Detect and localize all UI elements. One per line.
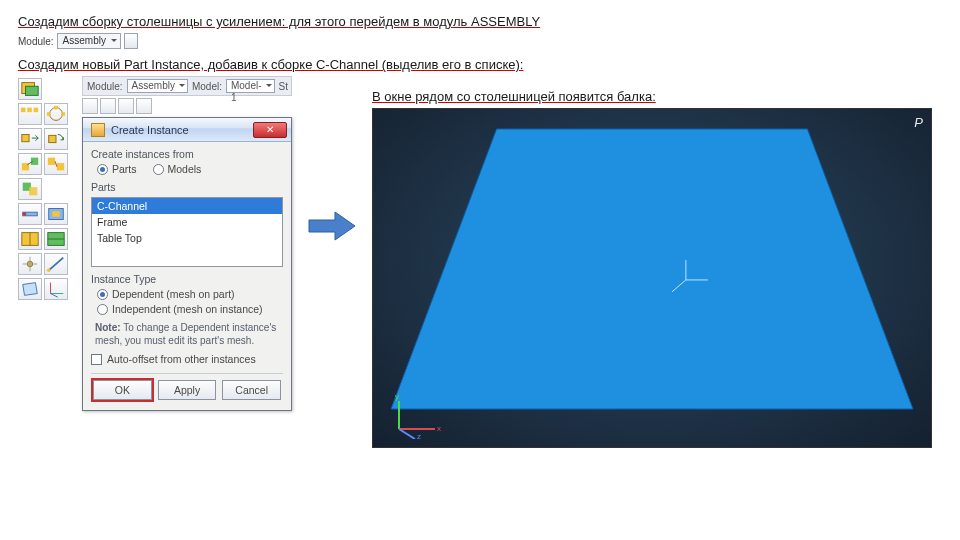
ctx-module-select[interactable]: Assembly	[127, 79, 188, 93]
model-plate	[387, 121, 917, 417]
svg-rect-16	[29, 187, 37, 195]
svg-rect-20	[52, 211, 59, 216]
svg-line-28	[49, 258, 64, 271]
svg-rect-2	[21, 108, 26, 113]
note-text: Note: To change a Dependent instance's m…	[91, 321, 283, 347]
ctx-icon-1[interactable]	[82, 98, 98, 114]
toolbox	[18, 76, 72, 300]
tool-datum-plane[interactable]	[18, 278, 42, 300]
tool-partition-cell[interactable]	[18, 228, 42, 250]
radio-independent[interactable]: Independent (mesh on instance)	[97, 303, 283, 315]
view-triad-icon: y x z	[385, 389, 445, 439]
module-dropdown-button[interactable]	[124, 33, 138, 49]
svg-rect-4	[34, 108, 39, 113]
instance-type-label: Instance Type	[91, 273, 283, 285]
tool-rotate[interactable]	[44, 128, 68, 150]
svg-text:y: y	[395, 392, 399, 401]
viewport-3d[interactable]: P y x	[372, 108, 932, 448]
ctx-icon-2[interactable]	[100, 98, 116, 114]
radio-from-parts-label: Parts	[112, 163, 137, 175]
svg-rect-3	[27, 108, 32, 113]
tool-linear-pattern[interactable]	[18, 103, 42, 125]
svg-text:x: x	[437, 424, 441, 433]
svg-rect-14	[57, 163, 64, 170]
ctx-icon-4[interactable]	[136, 98, 152, 114]
dialog-title: Create Instance	[111, 124, 189, 136]
svg-marker-33	[391, 129, 913, 409]
dialog-title-icon	[91, 123, 105, 137]
svg-rect-6	[54, 106, 58, 110]
svg-rect-9	[22, 134, 29, 141]
tool-edge-constraint[interactable]	[18, 203, 42, 225]
parts-list-label: Parts	[91, 181, 283, 193]
svg-rect-13	[48, 158, 55, 165]
tool-create-instance[interactable]	[18, 78, 42, 100]
tool-datum-csys[interactable]	[44, 278, 68, 300]
svg-text:z: z	[417, 432, 421, 439]
cancel-button[interactable]: Cancel	[222, 380, 281, 400]
radio-dependent-label: Dependent (mesh on part)	[112, 288, 235, 300]
tool-radial-pattern[interactable]	[44, 103, 68, 125]
intro-text-2: Создадим новый Part Instance, добавив к …	[18, 57, 942, 72]
svg-rect-8	[47, 112, 51, 116]
tool-face-constraint[interactable]	[44, 203, 68, 225]
ctx-model-select[interactable]: Model-1	[226, 79, 275, 93]
radio-independent-label: Independent (mesh on instance)	[112, 303, 263, 315]
ok-button[interactable]: OK	[93, 380, 152, 400]
intro-text-1: Создадим сборку столешницы с усилением: …	[18, 14, 942, 29]
radio-from-parts[interactable]: Parts	[97, 163, 137, 175]
list-item[interactable]: Table Top	[92, 230, 282, 246]
svg-line-32	[51, 294, 58, 298]
dialog-column: Module: Assembly Model: Model-1 St Creat…	[82, 76, 292, 411]
ctx-icon-3[interactable]	[118, 98, 134, 114]
list-item[interactable]: C-Channel	[92, 198, 282, 214]
svg-line-39	[399, 429, 415, 439]
ctx-model-label: Model:	[192, 81, 222, 92]
tool-datum-point[interactable]	[18, 253, 42, 275]
dialog-titlebar[interactable]: Create Instance ✕	[83, 118, 291, 142]
svg-point-29	[47, 269, 51, 273]
create-from-label: Create instances from	[91, 148, 283, 160]
create-instance-dialog: Create Instance ✕ Create instances from …	[82, 117, 292, 411]
svg-rect-10	[49, 135, 56, 142]
radio-from-models-label: Models	[168, 163, 202, 175]
apply-button[interactable]: Apply	[158, 380, 217, 400]
parts-listbox[interactable]: C-Channel Frame Table Top	[91, 197, 283, 267]
svg-rect-1	[25, 86, 38, 95]
tool-translate-to[interactable]	[18, 153, 42, 175]
svg-point-18	[23, 212, 27, 216]
viewport-caption: В окне рядом со столешницей появится бал…	[372, 89, 942, 104]
radio-dependent[interactable]: Dependent (mesh on part)	[97, 288, 283, 300]
auto-offset-check[interactable]: Auto-offset from other instances	[91, 353, 283, 365]
auto-offset-label: Auto-offset from other instances	[107, 353, 256, 365]
radio-from-models[interactable]: Models	[153, 163, 202, 175]
ctx-step-label: St	[279, 81, 288, 92]
list-item[interactable]: Frame	[92, 214, 282, 230]
tool-translate[interactable]	[18, 128, 42, 150]
context-bar: Module: Assembly Model: Model-1 St	[82, 76, 292, 96]
svg-point-5	[50, 108, 63, 121]
close-icon[interactable]: ✕	[253, 122, 287, 138]
tool-merge[interactable]	[18, 178, 42, 200]
module-label: Module:	[18, 36, 54, 47]
module-select[interactable]: Assembly	[57, 33, 121, 49]
checkbox-icon	[91, 354, 102, 365]
ctx-module-label: Module:	[87, 81, 123, 92]
tool-partition-face[interactable]	[44, 228, 68, 250]
module-bar: Module: Assembly	[18, 33, 942, 49]
tool-datum-axis[interactable]	[44, 253, 68, 275]
context-icons	[82, 98, 292, 114]
svg-rect-7	[61, 112, 65, 116]
tool-constraint[interactable]	[44, 153, 68, 175]
arrow-icon	[302, 76, 362, 376]
